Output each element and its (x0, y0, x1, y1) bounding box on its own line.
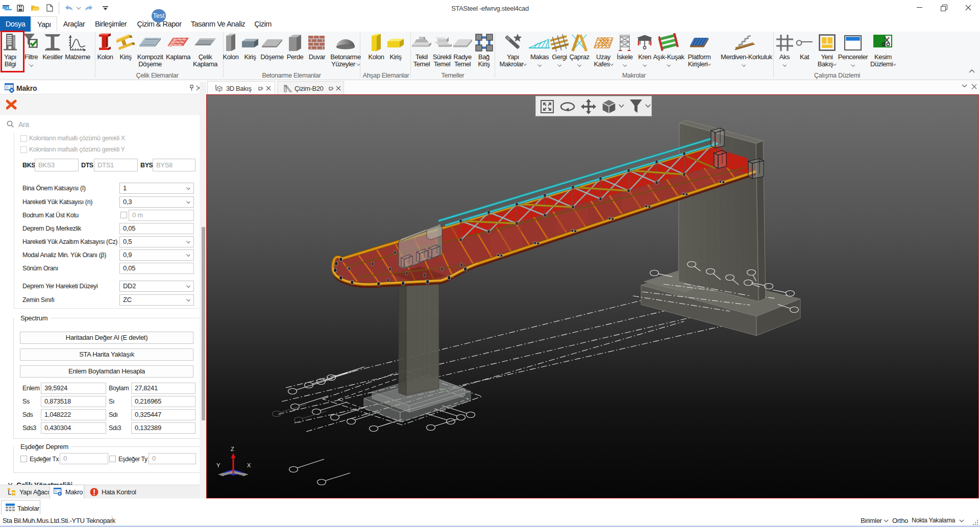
svg-text:X: X (247, 462, 251, 468)
svg-text:Y: Y (216, 462, 220, 468)
svg-text:Z: Z (231, 446, 234, 452)
